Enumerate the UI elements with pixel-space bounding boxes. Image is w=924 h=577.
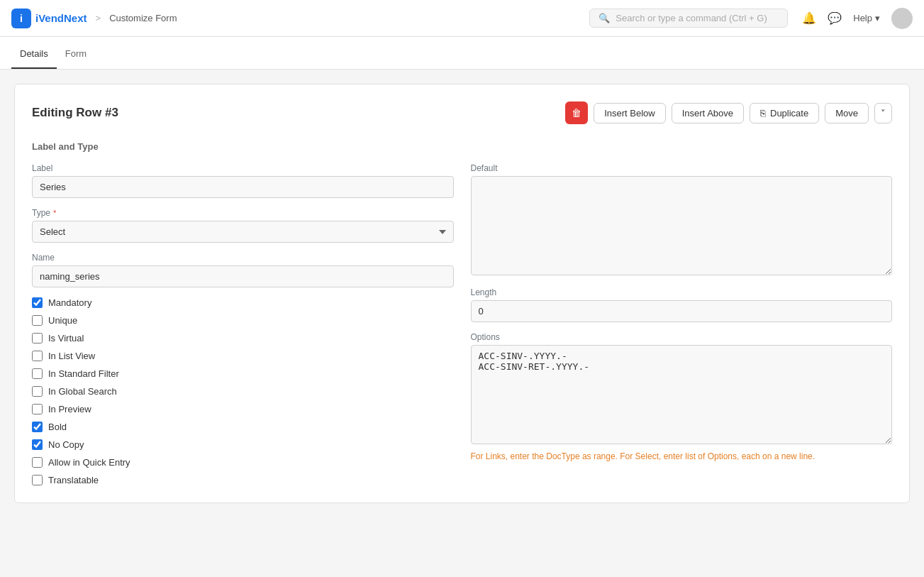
no-copy-checkbox[interactable]	[32, 439, 43, 450]
page-tabs: Details Form	[0, 37, 924, 70]
length-field-label: Length	[471, 287, 893, 297]
duplicate-label: Duplicate	[770, 108, 808, 119]
checkbox-allow-quick-entry: Allow in Quick Entry	[32, 457, 454, 468]
mandatory-checkbox[interactable]	[32, 297, 43, 308]
type-select[interactable]: Select Data Link Int Float Currency Date…	[32, 221, 454, 243]
label-field-label: Label	[32, 163, 454, 173]
right-column: Default Length Options ACC-SINV-.	[471, 163, 893, 485]
options-field-group: Options ACC-SINV-.YYYY.- ACC-SINV-RET-.Y…	[471, 332, 893, 463]
search-placeholder: Search or type a command (Ctrl + G)	[616, 13, 767, 23]
move-label: Move	[835, 108, 858, 119]
tab-form[interactable]: Form	[57, 37, 95, 69]
is-virtual-label[interactable]: Is Virtual	[48, 333, 84, 344]
help-chevron-icon: ▾	[875, 13, 880, 23]
type-field-label: Type *	[32, 208, 454, 218]
in-list-view-checkbox[interactable]	[32, 351, 43, 361]
type-required-marker: *	[53, 209, 56, 217]
notification-icon[interactable]: 🔔	[802, 11, 816, 25]
in-list-view-label[interactable]: In List View	[48, 351, 95, 361]
bold-label[interactable]: Bold	[48, 422, 67, 432]
type-field-group: Type * Select Data Link Int Float Curren…	[32, 208, 454, 243]
checkbox-in-global-search: In Global Search	[32, 386, 454, 397]
topnav: i iVendNext > Customize Form 🔍 Search or…	[0, 0, 924, 37]
in-preview-label[interactable]: In Preview	[48, 404, 91, 414]
logo-icon: i	[11, 9, 31, 28]
checkbox-is-virtual: Is Virtual	[32, 333, 454, 344]
topnav-actions: 🔔 💬 Help ▾	[802, 8, 913, 29]
name-field-label: Name	[32, 253, 454, 263]
checkbox-in-list-view: In List View	[32, 351, 454, 361]
mandatory-label[interactable]: Mandatory	[48, 297, 91, 308]
length-field-group: Length	[471, 287, 893, 322]
default-field-label: Default	[471, 163, 893, 173]
row-title: Editing Row #3	[32, 106, 118, 120]
delete-icon: 🗑	[572, 107, 581, 119]
checkbox-unique: Unique	[32, 315, 454, 326]
bold-checkbox[interactable]	[32, 422, 43, 432]
tab-details[interactable]: Details	[11, 37, 57, 69]
checkbox-bold: Bold	[32, 422, 454, 432]
in-standard-filter-label[interactable]: In Standard Filter	[48, 368, 119, 379]
in-global-search-checkbox[interactable]	[32, 386, 43, 397]
checkbox-group: Mandatory Unique Is Virtual In List View	[32, 297, 454, 485]
options-textarea[interactable]: ACC-SINV-.YYYY.- ACC-SINV-RET-.YYYY.-	[471, 345, 893, 444]
options-help-text: For Links, enter the DocType as range. F…	[471, 451, 893, 463]
app-name: iVendNext	[35, 12, 87, 24]
label-input[interactable]	[32, 176, 454, 198]
left-column: Label Type * Select Data Link Int	[32, 163, 454, 485]
in-standard-filter-checkbox[interactable]	[32, 368, 43, 379]
length-input[interactable]	[471, 300, 893, 322]
more-options-button[interactable]: ˅	[874, 103, 892, 123]
insert-above-button[interactable]: Insert Above	[672, 103, 744, 123]
row-header: Editing Row #3 🗑 Insert Below Insert Abo…	[32, 101, 892, 124]
checkbox-mandatory: Mandatory	[32, 297, 454, 308]
breadcrumb-item[interactable]: Customize Form	[109, 13, 177, 23]
options-field-label: Options	[471, 332, 893, 342]
allow-in-quick-entry-checkbox[interactable]	[32, 457, 43, 468]
checkbox-translatable: Translatable	[32, 475, 454, 485]
form-columns: Label Type * Select Data Link Int	[32, 163, 892, 485]
default-field-group: Default	[471, 163, 893, 277]
duplicate-icon: ⎘	[760, 108, 766, 119]
move-button[interactable]: Move	[825, 103, 869, 123]
row-actions: 🗑 Insert Below Insert Above ⎘ Duplicate …	[565, 101, 892, 124]
in-preview-checkbox[interactable]	[32, 404, 43, 414]
editing-card: Editing Row #3 🗑 Insert Below Insert Abo…	[14, 84, 910, 503]
insert-below-label: Insert Below	[604, 108, 655, 119]
allow-in-quick-entry-label[interactable]: Allow in Quick Entry	[48, 457, 130, 468]
insert-above-label: Insert Above	[682, 108, 733, 119]
duplicate-button[interactable]: ⎘ Duplicate	[750, 103, 819, 123]
unique-label[interactable]: Unique	[48, 315, 77, 326]
default-textarea[interactable]	[471, 176, 893, 275]
delete-button[interactable]: 🗑	[565, 101, 588, 124]
translatable-label[interactable]: Translatable	[48, 475, 99, 485]
name-field-group: Name	[32, 253, 454, 287]
in-global-search-label[interactable]: In Global Search	[48, 386, 117, 397]
section-label-and-type: Label and Type	[32, 141, 892, 152]
help-menu[interactable]: Help ▾	[853, 13, 880, 23]
no-copy-label[interactable]: No Copy	[48, 439, 84, 450]
app-logo[interactable]: i iVendNext	[11, 9, 87, 28]
help-label: Help	[853, 13, 872, 23]
translatable-checkbox[interactable]	[32, 475, 43, 485]
chat-icon[interactable]: 💬	[828, 11, 842, 25]
breadcrumb-separator: >	[96, 13, 101, 23]
unique-checkbox[interactable]	[32, 315, 43, 326]
checkbox-in-preview: In Preview	[32, 404, 454, 414]
label-field-group: Label	[32, 163, 454, 198]
main-content: Editing Row #3 🗑 Insert Below Insert Abo…	[0, 70, 924, 517]
is-virtual-checkbox[interactable]	[32, 333, 43, 344]
name-input[interactable]	[32, 265, 454, 287]
search-icon: 🔍	[599, 13, 610, 23]
checkbox-no-copy: No Copy	[32, 439, 454, 450]
checkbox-in-standard-filter: In Standard Filter	[32, 368, 454, 379]
insert-below-button[interactable]: Insert Below	[594, 103, 666, 123]
chevron-down-icon: ˅	[881, 108, 886, 119]
global-search[interactable]: 🔍 Search or type a command (Ctrl + G)	[589, 9, 788, 28]
user-avatar[interactable]	[891, 8, 913, 29]
